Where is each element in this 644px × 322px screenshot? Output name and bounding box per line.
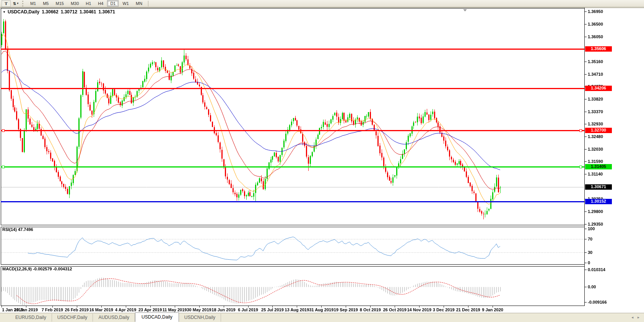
date-tick-label: 14 Nov 2019 (407, 307, 431, 312)
timeframe-button-D1[interactable]: D1 (107, 0, 119, 7)
rsi-value: 47.7496 (18, 227, 33, 232)
tab-scroll-right-icon[interactable]: ▸ (637, 315, 639, 319)
ohlc-low: 1.30461 (80, 9, 96, 15)
date-tick-label: 4 Apr 2019 (115, 307, 136, 312)
timeframe-button-H4[interactable]: H4 (95, 0, 106, 7)
date-tick-label: 13 Aug 2019 (285, 307, 309, 312)
timeframe-button-MN[interactable]: MN (133, 0, 145, 7)
macd-tick-label: 0.010314 (588, 267, 605, 272)
chevron-down-icon: ▾ (17, 2, 18, 5)
price-tick-label: 1.32480 (588, 134, 603, 139)
price-tick-label: 1.35160 (588, 59, 603, 64)
macd-signal-value: -0.004312 (53, 267, 72, 271)
text-tool-button[interactable]: T (2, 0, 11, 7)
toolbar-grip (22, 1, 24, 7)
price-tick-label: 1.36950 (588, 9, 603, 14)
price-tick-label: 1.33370 (588, 109, 603, 114)
rsi-tick-label: 100 (588, 226, 595, 231)
chart-tab-USDCNH[interactable]: USDCNH,Daily (179, 314, 221, 322)
date-tick-label: 3 Dec 2019 (433, 307, 455, 312)
macd-label: MACD(12,26,9) (2, 267, 32, 271)
tab-scroll-left-icon[interactable]: ◂ (631, 315, 633, 319)
chart-tab-EURUSD[interactable]: EURUSD,Daily (10, 314, 52, 322)
macd-tick-label: 0.00 (588, 285, 596, 289)
price-tick-label: 1.32030 (588, 147, 603, 152)
rsi-tick-label: 30 (588, 250, 592, 255)
tile-windows-icon: ⇅ (13, 2, 16, 6)
chart-tab-USDCAD[interactable]: USDCAD,Daily (135, 312, 179, 322)
date-tick-label: 26 Oct 2019 (383, 307, 407, 312)
chart-canvas[interactable] (0, 8, 644, 313)
current-price-badge: 1.30671 (585, 184, 612, 190)
date-tick-label: 19 Sep 2019 (334, 307, 358, 312)
date-tick-label: 8 Oct 2019 (360, 307, 381, 312)
chart-dropdown-icon[interactable]: ▼ (3, 10, 6, 14)
date-tick-label: 26 Feb 2019 (65, 307, 89, 312)
ohlc-open: 1.30662 (42, 9, 58, 15)
date-tick-label: 25 Jul 2019 (261, 307, 284, 312)
date-tick-label: 19 Jan 2019 (14, 307, 38, 312)
rsi-tick-label: 0 (588, 260, 590, 265)
macd-main-value: -0.002579 (33, 267, 52, 271)
date-tick-label: 11 May 2019 (163, 307, 187, 312)
chart-title: ▼USDCAD,Daily1.306621.307121.304611.3067… (3, 9, 115, 15)
hline-badge: 1.34206 (585, 86, 612, 91)
date-tick-label: 23 Apr 2019 (138, 307, 162, 312)
chart-tab-USDCHF[interactable]: USDCHF,Daily (52, 314, 93, 322)
ohlc-close: 1.30671 (98, 9, 115, 15)
chart-region: ▼USDCAD,Daily1.306621.307121.304611.3067… (0, 8, 644, 313)
toolbar: T ⇅ ▾ M1M5M15M30H1H4D1W1MN (0, 0, 644, 7)
chart-tab-AUDUSD[interactable]: AUDUSD,Daily (93, 314, 135, 322)
price-tick-label: 1.29800 (588, 209, 603, 214)
price-tick-label: 1.31590 (588, 159, 603, 164)
price-tick-label: 1.32930 (588, 122, 603, 127)
date-tick-label: 30 May 2019 (187, 307, 211, 312)
hline-badge: 1.31405 (585, 164, 612, 169)
price-tick-label: 1.33820 (588, 97, 603, 102)
timeframe-group: M1M5M15M30H1H4D1W1MN (27, 0, 146, 7)
mt4-window: T ⇅ ▾ M1M5M15M30H1H4D1W1MN ▼USDCAD,Daily… (0, 0, 644, 322)
toolbar-separator (148, 1, 148, 7)
rsi-tick-label: 70 (588, 237, 592, 242)
timeframe-button-M5[interactable]: M5 (40, 0, 52, 7)
price-tick-label: 1.36050 (588, 34, 603, 39)
rsi-label: RSI(14) (2, 227, 17, 232)
date-tick-label: 6 Jul 2019 (238, 307, 258, 312)
timeframe-button-M15[interactable]: M15 (52, 0, 67, 7)
date-tick-label: 21 Dec 2019 (456, 307, 480, 312)
tab-scroll-arrows: ◂ ▸ (628, 315, 639, 319)
hline-badge: 1.32700 (585, 128, 612, 133)
price-tick-label: 1.36500 (588, 22, 603, 27)
timeframe-button-M30[interactable]: M30 (68, 0, 82, 7)
date-tick-label: 16 Mar 2019 (89, 307, 113, 312)
chart-tab-bar: EURUSD,DailyUSDCHF,DailyAUDUSD,DailyUSDC… (0, 313, 644, 322)
timeframe-button-W1[interactable]: W1 (119, 0, 132, 7)
symbol-label: USDCAD,Daily (8, 9, 39, 15)
macd-indicator-label: MACD(12,26,9) -0.002579 -0.004312 (2, 267, 72, 271)
price-tick-label: 1.34710 (588, 72, 603, 77)
ohlc-high: 1.30712 (61, 9, 77, 15)
rsi-indicator-label: RSI(14) 47.7496 (2, 227, 33, 232)
tile-windows-button[interactable]: ⇅ ▾ (12, 1, 20, 7)
date-tick-label: 18 Jun 2019 (211, 307, 235, 312)
hline-badge: 1.35606 (585, 46, 612, 52)
price-tick-label: 1.31140 (588, 172, 603, 177)
hline-badge: 1.30152 (585, 199, 612, 204)
date-tick-label: 9 Jan 2020 (482, 307, 503, 312)
timeframe-button-H1[interactable]: H1 (83, 0, 94, 7)
timeframe-button-M1[interactable]: M1 (27, 0, 39, 7)
date-tick-label: 31 Aug 2019 (309, 307, 333, 312)
macd-tick-label: -0.009166 (588, 300, 607, 305)
date-tick-label: 7 Feb 2019 (42, 307, 63, 312)
